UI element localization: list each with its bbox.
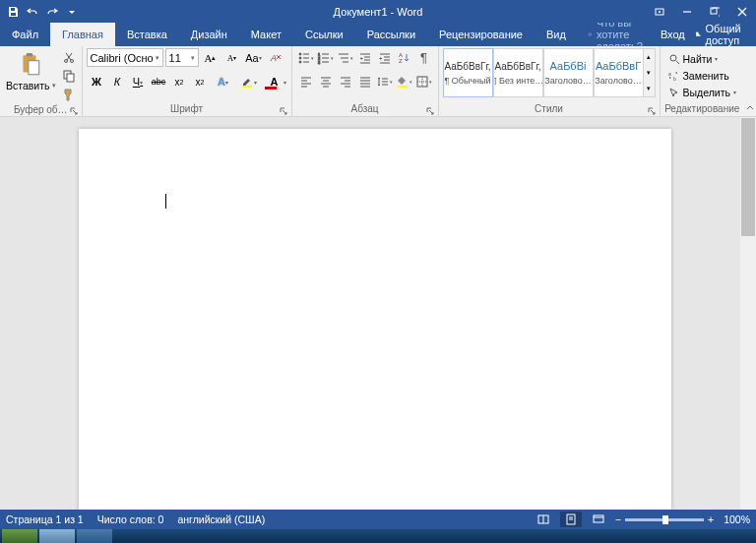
sort-button[interactable]: AZ (395, 48, 414, 67)
view-print-layout[interactable] (560, 512, 582, 527)
redo-icon[interactable] (43, 3, 61, 21)
tab-layout[interactable]: Макет (239, 23, 293, 46)
vertical-scrollbar[interactable] (740, 117, 756, 510)
style-normal[interactable]: АаБбВвГг, ¶ Обычный (443, 48, 493, 97)
svg-text:A: A (270, 53, 277, 63)
minimize-icon[interactable] (673, 0, 701, 23)
tab-mailings[interactable]: Рассылки (355, 23, 427, 46)
shading-button[interactable]: ▾ (395, 72, 414, 90)
view-read-mode[interactable] (533, 512, 554, 527)
bullets-button[interactable]: ▾ (296, 48, 316, 67)
change-case-button[interactable]: Aa▾ (244, 48, 264, 67)
font-launcher[interactable] (280, 105, 289, 115)
group-label-paragraph: Абзац (296, 102, 434, 115)
font-name-combo[interactable]: Calibri (Осно▾ (87, 48, 163, 67)
clear-formatting-button[interactable]: A (266, 48, 285, 67)
scrollbar-thumb[interactable] (741, 118, 755, 236)
show-marks-button[interactable]: ¶ (414, 48, 434, 67)
highlight-color-button[interactable]: ▾ (236, 72, 262, 91)
taskbar-item[interactable] (77, 529, 112, 543)
svg-line-65 (676, 61, 679, 64)
tab-file[interactable]: Файл (0, 23, 50, 46)
bold-button[interactable]: Ж (87, 72, 107, 91)
paste-button[interactable]: Вставить▾ (4, 48, 58, 93)
tell-me-search[interactable]: Что вы хотите сделать? (578, 23, 661, 46)
superscript-button[interactable]: x2 (190, 72, 211, 91)
status-page[interactable]: Страница 1 из 1 (6, 513, 84, 525)
status-language[interactable]: английский (США) (177, 513, 265, 525)
line-spacing-button[interactable]: ▾ (375, 72, 395, 90)
subscript-button[interactable]: x2 (169, 72, 190, 91)
align-center-button[interactable] (316, 72, 336, 90)
style-no-spacing[interactable]: АаБбВвГг, ¶ Без инте… (493, 48, 543, 97)
font-color-button[interactable]: A▾ (262, 72, 287, 91)
taskbar-item[interactable] (2, 529, 37, 543)
paragraph-launcher[interactable] (426, 105, 436, 115)
tab-references[interactable]: Ссылки (293, 23, 355, 46)
group-label-styles: Стили (443, 102, 656, 115)
find-button[interactable]: Найти▾ (664, 50, 740, 67)
copy-button[interactable] (60, 67, 78, 85)
justify-button[interactable] (355, 72, 375, 90)
style-heading1[interactable]: АаБбВі Заголово… (543, 48, 594, 97)
save-icon[interactable] (4, 3, 22, 21)
styles-launcher[interactable] (648, 105, 658, 115)
font-size-combo[interactable]: 11▾ (165, 48, 199, 67)
paste-icon (16, 50, 45, 80)
zoom-in-button[interactable]: + (708, 513, 714, 525)
svg-rect-73 (594, 515, 603, 522)
qat-dropdown-icon[interactable] (63, 3, 81, 21)
replace-button[interactable]: ab Заменить (664, 67, 740, 84)
zoom-level[interactable]: 100% (724, 513, 750, 525)
group-styles: АаБбВвГг, ¶ Обычный АаБбВвГг, ¶ Без инте… (439, 46, 661, 116)
grow-font-button[interactable]: A▴ (201, 48, 220, 67)
shrink-font-button[interactable]: A▾ (222, 48, 242, 67)
strikethrough-button[interactable]: abc (149, 72, 169, 91)
text-effects-button[interactable]: A▾ (211, 72, 236, 91)
italic-button[interactable]: К (107, 72, 128, 91)
tab-home[interactable]: Главная (50, 23, 115, 46)
status-words[interactable]: Число слов: 0 (97, 513, 164, 525)
select-button[interactable]: Выделить▾ (664, 84, 740, 100)
group-label-font: Шрифт (87, 102, 287, 115)
view-web-layout[interactable] (588, 512, 609, 527)
format-painter-button[interactable] (60, 86, 78, 103)
tab-design[interactable]: Дизайн (179, 23, 239, 46)
borders-button[interactable]: ▾ (414, 72, 434, 90)
svg-rect-9 (29, 61, 39, 75)
zoom-out-button[interactable]: − (615, 513, 621, 525)
underline-button[interactable]: Ч▾ (128, 72, 149, 91)
svg-rect-13 (67, 74, 74, 82)
windows-taskbar (0, 529, 756, 543)
svg-text:b: b (673, 76, 676, 82)
align-right-button[interactable] (336, 72, 355, 90)
cut-button[interactable] (60, 48, 78, 66)
numbering-button[interactable]: 123▾ (316, 48, 336, 67)
share-button[interactable]: Общий доступ (695, 23, 746, 46)
window-controls (646, 0, 756, 23)
signin-link[interactable]: Вход (661, 29, 685, 40)
clipboard-launcher[interactable] (70, 105, 80, 115)
svg-point-16 (299, 53, 301, 55)
document-workspace (0, 117, 756, 510)
tab-insert[interactable]: Вставка (115, 23, 179, 46)
styles-expand-button[interactable]: ▴▾▾ (644, 48, 656, 97)
group-font: Calibri (Осно▾ 11▾ A▴ A▾ Aa▾ A Ж К Ч▾ ab… (83, 46, 292, 116)
style-heading2[interactable]: АаБбВвГ Заголово… (594, 48, 644, 97)
zoom-slider[interactable] (625, 518, 704, 521)
document-page[interactable] (79, 129, 671, 510)
undo-icon[interactable] (24, 3, 41, 21)
increase-indent-button[interactable] (375, 48, 395, 67)
align-left-button[interactable] (296, 72, 316, 90)
decrease-indent-button[interactable] (355, 48, 375, 67)
tab-view[interactable]: Вид (535, 23, 578, 46)
tab-review[interactable]: Рецензирование (427, 23, 535, 46)
zoom-control: − + 100% (615, 513, 750, 525)
collapse-ribbon-button[interactable] (744, 46, 756, 116)
ribbon-options-icon[interactable] (646, 0, 673, 23)
multilevel-list-button[interactable]: ▾ (336, 48, 355, 67)
svg-point-5 (589, 32, 591, 34)
close-icon[interactable] (728, 0, 756, 23)
maximize-icon[interactable] (701, 0, 728, 23)
taskbar-item[interactable] (39, 529, 75, 543)
